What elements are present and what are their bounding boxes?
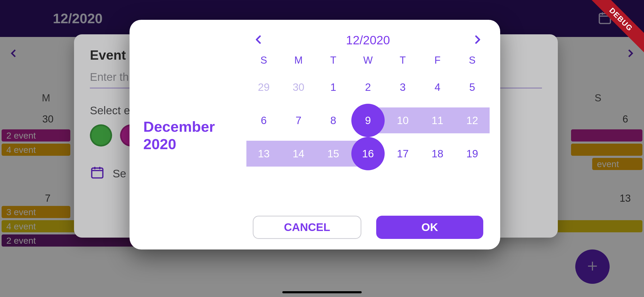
weekday-label: T: [316, 55, 351, 66]
cancel-button[interactable]: CANCEL: [253, 216, 361, 239]
day-cell[interactable]: 13: [246, 137, 281, 170]
weekday-label: S: [455, 55, 490, 66]
picker-nav-label: 12/2020: [346, 33, 390, 47]
day-cell[interactable]: 29: [246, 70, 281, 104]
picker-actions: CANCEL OK: [246, 212, 490, 239]
event-bar[interactable]: 4 event: [2, 144, 70, 156]
event-bar[interactable]: [571, 144, 642, 156]
bg-day[interactable]: 7: [45, 193, 50, 204]
day-cell[interactable]: 30: [281, 70, 316, 104]
day-cell-range-start[interactable]: 9: [351, 104, 385, 137]
day-cell[interactable]: 2: [351, 70, 385, 104]
weekday-label: S: [246, 55, 281, 66]
day-cell[interactable]: 15: [316, 137, 351, 170]
svg-rect-0: [599, 14, 610, 23]
day-cell[interactable]: 1: [316, 70, 351, 104]
calendar-icon: [90, 165, 105, 182]
bg-weekday: S: [552, 92, 644, 104]
picker-month-name-line2: 2020: [143, 136, 176, 152]
weekday-label: F: [420, 55, 455, 66]
day-cell[interactable]: 19: [455, 137, 490, 170]
appbar-title: 12/2020: [53, 11, 103, 26]
picker-month-name-line1: December: [143, 118, 215, 135]
picker-nav: 12/2020: [246, 32, 490, 50]
picker-row: 29 30 1 2 3 4 5: [246, 70, 490, 104]
weekday-label: T: [385, 55, 420, 66]
bg-next-month-icon[interactable]: [624, 48, 636, 60]
plus-icon: [586, 260, 599, 274]
day-cell[interactable]: 5: [455, 70, 490, 104]
select-date-label: Se: [113, 167, 126, 180]
weekday-label: W: [351, 55, 385, 66]
picker-weekday-header: S M T W T F S: [246, 50, 490, 70]
picker-month-title: December 2020: [143, 118, 246, 153]
day-cell[interactable]: 4: [420, 70, 455, 104]
day-cell[interactable]: 17: [385, 137, 420, 170]
day-cell[interactable]: 8: [316, 104, 351, 137]
picker-grid: S M T W T F S 29 30 1 2 3 4 5: [246, 50, 490, 212]
day-cell[interactable]: 7: [281, 104, 316, 137]
day-cell[interactable]: 10: [385, 104, 420, 137]
day-cell[interactable]: 11: [420, 104, 455, 137]
day-cell[interactable]: 14: [281, 137, 316, 170]
home-indicator: [282, 291, 362, 293]
day-cell-range-end[interactable]: 16: [351, 137, 385, 170]
bg-day[interactable]: 6: [623, 114, 628, 125]
weekday-label: M: [281, 55, 316, 66]
day-cell[interactable]: 6: [246, 104, 281, 137]
color-swatch-green[interactable]: [90, 124, 112, 147]
event-bar[interactable]: event: [592, 158, 642, 170]
calendar-icon[interactable]: [597, 11, 612, 26]
date-range-picker: December 2020 12/2020 S M T W T F S 29 3…: [130, 20, 500, 249]
event-bar[interactable]: 3 event: [2, 206, 70, 218]
prev-month-button[interactable]: [253, 34, 264, 46]
event-bar[interactable]: [571, 129, 642, 142]
bg-prev-month-icon[interactable]: [8, 48, 20, 60]
bg-day[interactable]: 13: [620, 193, 631, 204]
event-bar[interactable]: 2 event: [2, 129, 70, 142]
day-cell[interactable]: 18: [420, 137, 455, 170]
picker-row: 13 14 15 16 17 18 19: [246, 137, 490, 170]
bg-day[interactable]: 30: [42, 114, 53, 125]
day-cell[interactable]: 3: [385, 70, 420, 104]
ok-button[interactable]: OK: [376, 216, 483, 239]
picker-row: 6 7 8 9 10 11 12: [246, 104, 490, 137]
svg-rect-1: [92, 168, 103, 178]
add-event-fab[interactable]: [575, 249, 610, 284]
next-month-button[interactable]: [472, 34, 483, 46]
day-cell[interactable]: 12: [455, 104, 490, 137]
